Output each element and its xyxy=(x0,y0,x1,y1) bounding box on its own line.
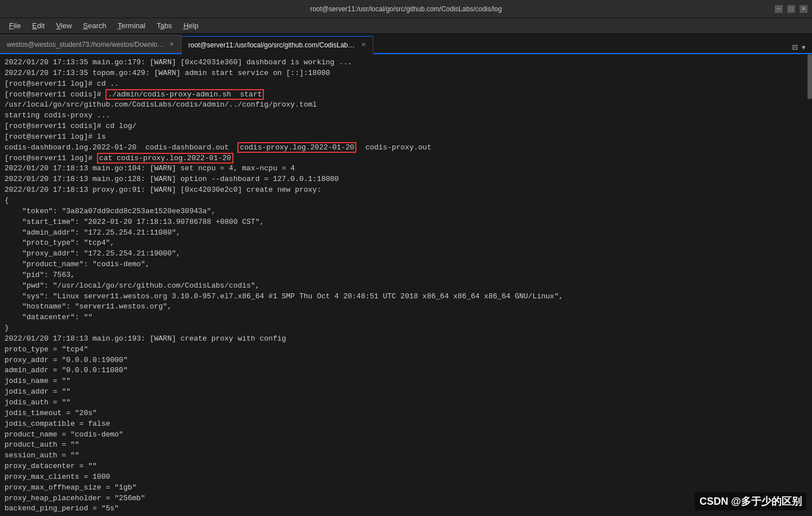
menu-file[interactable]: File xyxy=(5,20,25,31)
scrollbar-track xyxy=(807,54,812,516)
line-26: } xyxy=(5,323,807,334)
line-39: proxy_datacenter = "" xyxy=(5,461,807,472)
line-11: 2022/01/20 17:18:13 main.go:104: [WARN] … xyxy=(5,164,807,174)
line-29: proxy_addr = "0.0.0.0:19000" xyxy=(5,355,807,366)
line-37: product_auth = "" xyxy=(5,440,807,451)
line-43: backend_ping_period = "5s" xyxy=(5,504,807,514)
tab-1-label: root@server11:/usr/local/go/src/github.c… xyxy=(188,41,356,49)
line-27: 2022/01/20 17:18:13 main.go:193: [WARN] … xyxy=(5,334,807,345)
line-28: proto_type = "tcp4" xyxy=(5,345,807,355)
tab-actions: ⊡ ▾ xyxy=(787,42,812,53)
dropdown-icon[interactable]: ▾ xyxy=(801,42,806,53)
line-16: "start_time": "2022-01-20 17:18:13.90786… xyxy=(5,217,807,228)
tab-0-close[interactable]: ✕ xyxy=(169,41,174,48)
line-30: admin_addr = "0.0.0.0:11080" xyxy=(5,365,807,376)
line-15: "token": "3a82a07dd9cdd8c253ae1520ee3094… xyxy=(5,206,807,217)
line-10: [root@server11 log]# cat codis-proxy.log… xyxy=(5,153,807,164)
menu-terminal[interactable]: Terminal xyxy=(113,20,150,31)
window-controls[interactable]: ─ □ ✕ xyxy=(775,5,807,13)
menu-help[interactable]: Help xyxy=(179,20,203,31)
line-18: "proto_type": "tcp4", xyxy=(5,238,807,249)
tab-0-label: westos@westos_student73:/home/westos/Dow… xyxy=(7,41,165,48)
highlight-cat-command: cat codis-proxy.log.2022-01-20 xyxy=(97,153,233,164)
tab-bar: westos@westos_student73:/home/westos/Dow… xyxy=(0,34,812,54)
highlight-proxy-log-file: codis-proxy.log.2022-01-20 xyxy=(237,142,356,153)
line-12: 2022/01/20 17:18:13 main.go:128: [WARN] … xyxy=(5,174,807,185)
menu-tabs[interactable]: Tabs xyxy=(152,20,176,31)
line-2: 2022/01/20 17:13:35 topom.go:429: [WARN]… xyxy=(5,68,807,79)
line-8: [root@server11 log]# ls xyxy=(5,132,807,143)
line-40: proxy_max_clients = 1000 xyxy=(5,472,807,483)
tab-0[interactable]: westos@westos_student73:/home/westos/Dow… xyxy=(0,35,182,53)
line-3: [root@server11 log]# cd .. xyxy=(5,79,807,90)
line-35: jodis_compatible = false xyxy=(5,419,807,430)
line-38: session_auth = "" xyxy=(5,451,807,461)
line-17: "admin_addr": "172.25.254.21:11080", xyxy=(5,228,807,239)
tab-1[interactable]: root@server11:/usr/local/go/src/github.c… xyxy=(182,36,373,54)
window-title: root@server11:/usr/local/go/src/github.c… xyxy=(310,5,502,13)
line-25: "datacenter": "" xyxy=(5,312,807,323)
line-9: codis-dashboard.log.2022-01-20 codis-das… xyxy=(5,143,807,153)
line-22: "pwd": "/usr/local/go/src/github.com/Cod… xyxy=(5,281,807,292)
line-13: 2022/01/20 17:18:13 proxy.go:91: [WARN] … xyxy=(5,185,807,196)
line-19: "proxy_addr": "172.25.254.21:19000", xyxy=(5,249,807,259)
line-34: jodis_timeout = "20s" xyxy=(5,408,807,419)
line-20: "product_name": "codis-demo", xyxy=(5,259,807,270)
line-31: jodis_name = "" xyxy=(5,376,807,387)
highlight-proxy-admin: ./admin/codis-proxy-admin.sh start xyxy=(105,89,264,100)
menu-search[interactable]: Search xyxy=(78,20,111,31)
line-5: /usr/local/go/src/github.com/CodisLabs/c… xyxy=(5,100,807,111)
menu-view[interactable]: View xyxy=(51,20,76,31)
line-42: proxy_heap_placeholder = "256mb" xyxy=(5,493,807,504)
line-24: "hostname": "server11.westos.org", xyxy=(5,302,807,312)
line-41: proxy_max_offheap_size = "1gb" xyxy=(5,483,807,493)
line-23: "sys": "Linux server11.westos.org 3.10.0… xyxy=(5,292,807,302)
tab-1-close[interactable]: ✕ xyxy=(361,41,366,48)
minimize-button[interactable]: ─ xyxy=(775,5,783,13)
line-32: jodis_addr = "" xyxy=(5,387,807,398)
line-4: [root@server11 codis]# ./admin/codis-pro… xyxy=(5,90,807,100)
line-1: 2022/01/20 17:13:35 main.go:179: [WARN] … xyxy=(5,58,807,68)
line-6: starting codis-proxy ... xyxy=(5,111,807,121)
screenshot-icon[interactable]: ⊡ xyxy=(792,42,798,53)
line-33: jodis_auth = "" xyxy=(5,398,807,408)
line-36: product_name = "codis-demo" xyxy=(5,430,807,440)
maximize-button[interactable]: □ xyxy=(787,5,795,13)
line-21: "pid": 7563, xyxy=(5,270,807,281)
menu-edit[interactable]: Edit xyxy=(28,20,49,31)
line-14: { xyxy=(5,196,807,206)
scrollbar-thumb[interactable] xyxy=(807,54,812,99)
menu-bar: File Edit View Search Terminal Tabs Help xyxy=(0,18,812,34)
line-7: [root@server11 codis]# cd log/ xyxy=(5,121,807,132)
title-bar: root@server11:/usr/local/go/src/github.c… xyxy=(0,0,812,18)
close-button[interactable]: ✕ xyxy=(800,5,807,13)
terminal-content[interactable]: 2022/01/20 17:13:35 main.go:179: [WARN] … xyxy=(0,54,812,516)
